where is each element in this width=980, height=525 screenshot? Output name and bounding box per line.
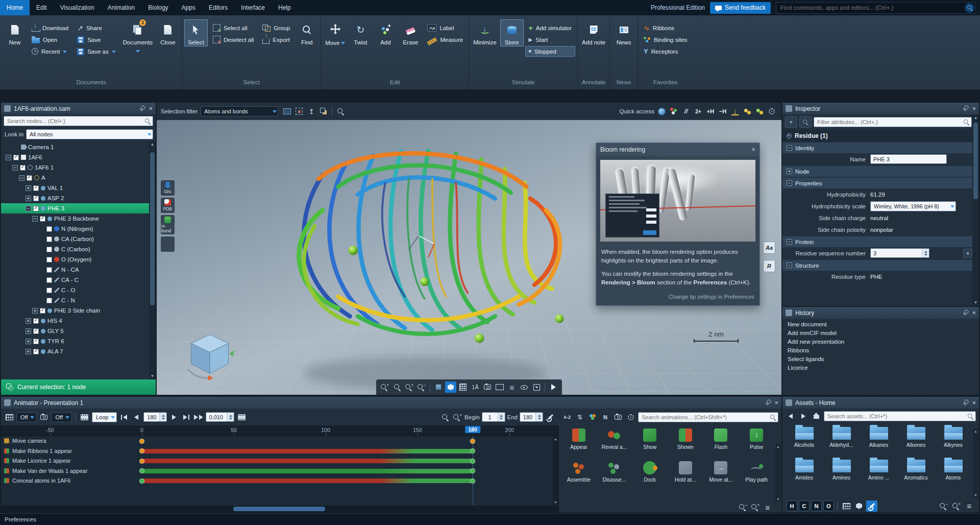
add-keyframe-icon[interactable] <box>236 412 247 422</box>
clear-icon[interactable]: × <box>963 249 972 258</box>
hydrophobicity-scale-dropdown[interactable]: Wimley, White, 1996 (pH 8) <box>870 201 956 211</box>
grid-icon[interactable] <box>457 381 469 393</box>
viewport-layout-icon[interactable] <box>494 381 505 393</box>
visibility-checkbox[interactable] <box>46 277 52 283</box>
timeline-zoom-icon[interactable]: + <box>452 412 462 422</box>
store-button[interactable]: Store <box>500 19 524 46</box>
snapshot-icon[interactable] <box>482 381 493 393</box>
viewport-settings-icon[interactable] <box>766 106 777 117</box>
visibility-checkbox[interactable] <box>46 257 52 262</box>
visibility-checkbox[interactable] <box>33 328 39 334</box>
search-icon[interactable] <box>965 3 974 13</box>
move-button[interactable]: Move <box>323 19 347 47</box>
begin-stepper[interactable] <box>482 412 505 422</box>
asset-search-input[interactable] <box>824 413 967 419</box>
build-tool-icon[interactable] <box>866 500 877 512</box>
measure-button[interactable]: Measure <box>424 34 467 45</box>
history-item[interactable]: Add mmCIF model <box>782 328 979 337</box>
asset-folder[interactable]: Alcohols <box>786 425 823 457</box>
visibility-checkbox[interactable] <box>46 226 52 232</box>
select-group-icon[interactable] <box>318 106 329 117</box>
animation-button[interactable]: Hold at... <box>668 459 703 491</box>
expand-toggle-icon[interactable]: − <box>19 175 24 181</box>
animation-button[interactable]: Disasse... <box>597 459 632 491</box>
go-to-end-button[interactable] <box>193 412 204 422</box>
asset-folder[interactable]: Aldehyd... <box>823 425 860 457</box>
timeline-zoom-fit-icon[interactable] <box>440 412 450 422</box>
asset-folder[interactable]: Amino ... <box>860 458 897 490</box>
visibility-checkbox[interactable] <box>33 185 39 191</box>
visibility-checkbox[interactable] <box>33 196 39 201</box>
deselect-region-icon[interactable] <box>293 106 305 117</box>
erase-button[interactable]: Erase <box>399 19 422 46</box>
tree-node[interactable]: + ALA 7 <box>1 346 156 356</box>
history-item[interactable]: New document <box>782 320 979 328</box>
expand-toggle-icon[interactable]: − <box>26 206 31 211</box>
animation-button[interactable]: Dock <box>632 459 668 491</box>
expand-toggle-icon[interactable]: + <box>26 185 31 191</box>
tree-node[interactable]: Camera 1 <box>1 142 156 152</box>
pin-icon[interactable] <box>139 106 145 111</box>
end-stepper[interactable] <box>520 412 543 422</box>
tree-node[interactable]: C (Carbon) <box>1 244 156 254</box>
history-item[interactable]: Add new presentation <box>782 337 979 346</box>
menu-item[interactable]: Animation <box>101 0 141 15</box>
animation-button[interactable]: Reveal a... <box>597 426 632 458</box>
add-simulator-button[interactable]: +Add simulator <box>525 22 576 33</box>
timeline[interactable]: -50050100150200180 Move camera Make Ribb… <box>1 425 558 512</box>
asset-folder[interactable]: Alkanes <box>860 425 897 457</box>
zoom-out-icon[interactable]: − <box>938 500 949 512</box>
inspector-scrollbar[interactable]: ▲▼ <box>972 114 979 306</box>
command-search-input[interactable] <box>776 5 965 11</box>
formal-charge-icon[interactable]: 2+ <box>693 106 704 117</box>
history-item[interactable]: Ribbons <box>782 346 979 354</box>
visibility-checkbox[interactable] <box>33 349 39 354</box>
animation-track[interactable]: Make Van der Waals 1 appear <box>1 466 558 476</box>
visibility-checkbox[interactable] <box>46 247 52 252</box>
visibility-checkbox[interactable] <box>20 165 26 171</box>
inspector-target-icon[interactable]: ⌖ <box>785 116 797 128</box>
frame-time-stepper[interactable] <box>206 412 234 422</box>
menu-item[interactable]: Home <box>0 0 30 15</box>
animation-search-input[interactable] <box>639 414 769 420</box>
animation-scrollbar[interactable]: ▲▼ <box>775 444 781 502</box>
find-button[interactable]: Find <box>295 19 318 46</box>
history-item[interactable]: Licorice <box>782 363 979 372</box>
list-view-icon[interactable] <box>762 502 773 513</box>
back-icon[interactable] <box>786 411 796 421</box>
visibility-checkbox[interactable] <box>33 318 39 324</box>
tree-node[interactable]: N - CA <box>1 265 156 275</box>
category-filter-icon[interactable] <box>587 412 598 423</box>
tree-node[interactable]: C - N <box>1 295 156 305</box>
tree-node[interactable]: O (Oxygen) <box>1 254 156 265</box>
current-frame-stepper[interactable] <box>143 412 167 422</box>
animation-button[interactable]: Appear <box>561 426 597 458</box>
hbond-tool-button[interactable]: H-bond <box>161 215 175 234</box>
tree-node[interactable]: + GLY 5 <box>1 326 156 336</box>
pin-icon[interactable] <box>963 400 968 405</box>
name-field[interactable] <box>870 154 947 164</box>
close-icon[interactable]: × <box>972 399 976 406</box>
camera-mode-dropdown[interactable]: Off <box>51 412 71 422</box>
fragments-icon[interactable] <box>853 500 865 512</box>
animation-track[interactable]: Make Licorice 1 appear <box>1 456 558 466</box>
asset-folder[interactable]: Alkynes <box>935 425 972 457</box>
step-forward-button[interactable] <box>181 412 191 422</box>
remove-hydrogens-icon[interactable]: −H <box>717 106 728 117</box>
send-feedback-button[interactable]: Send feedback <box>710 2 771 14</box>
animation-track[interactable]: Conceal atoms in 1AF6 <box>1 476 558 486</box>
expand-toggle-icon[interactable]: + <box>26 196 31 201</box>
animation-button[interactable]: Flash <box>703 426 739 458</box>
zoom-fit-icon[interactable] <box>391 381 403 393</box>
tree-node[interactable]: − PHE 3 <box>1 203 156 213</box>
zoom-in-icon[interactable]: + <box>951 500 962 512</box>
measure-annotation-button[interactable]: R <box>763 260 775 272</box>
pick-tool-icon[interactable] <box>754 106 765 117</box>
tree-node[interactable]: − 1AF6 <box>1 152 156 162</box>
pin-icon[interactable] <box>963 106 968 111</box>
camera-projection-icon[interactable] <box>445 381 456 393</box>
asset-folder[interactable]: Alkenes <box>897 425 935 457</box>
visibility-checkbox[interactable] <box>46 267 52 273</box>
stopped-button[interactable]: ■Stopped <box>525 46 576 57</box>
deselect-all-button[interactable]: Deselect all <box>209 34 257 45</box>
